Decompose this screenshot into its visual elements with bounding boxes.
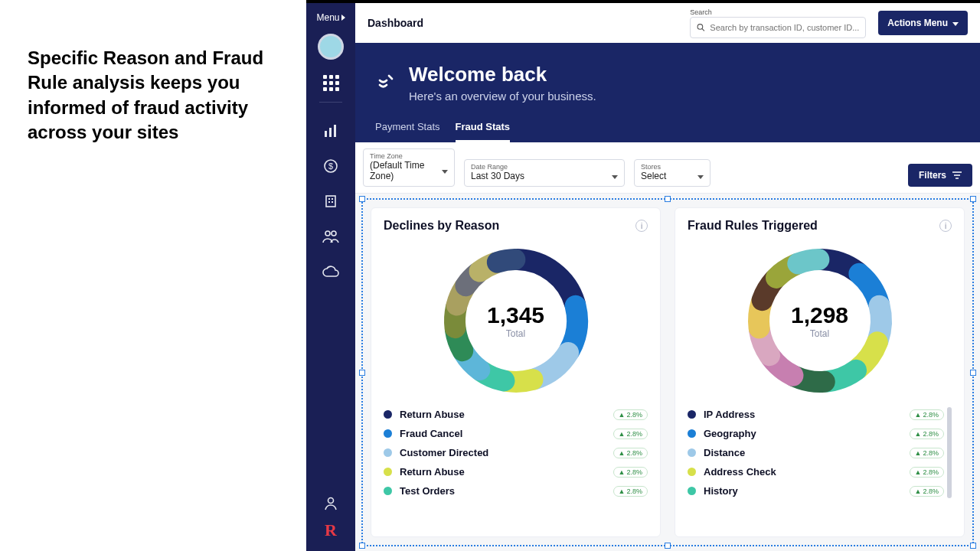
svg-rect-5 [326, 196, 335, 207]
delta-badge: ▲2.8% [613, 409, 648, 420]
cloud-icon[interactable] [322, 263, 339, 280]
date-range-select[interactable]: Date Range Last 30 Days [464, 159, 625, 187]
selection-handle[interactable] [970, 543, 976, 549]
actions-menu-button[interactable]: Actions Menu [878, 11, 968, 35]
info-icon[interactable]: i [939, 220, 952, 232]
chevron-right-icon [341, 12, 345, 23]
hero-tabs: Payment StatsFraud Stats [375, 116, 960, 142]
svg-rect-8 [328, 201, 330, 203]
legend-row: Fraud Cancel▲2.8% [384, 426, 648, 441]
svg-point-13 [697, 24, 703, 29]
legend-label: Test Orders [400, 485, 455, 497]
legend-row: History▲2.8% [688, 484, 944, 498]
legend-label: Return Abuse [400, 466, 465, 478]
legend: IP Address▲2.8%Geography▲2.8%Distance▲2.… [688, 407, 944, 498]
selection-handle[interactable] [359, 370, 365, 376]
topbar: Dashboard Search Actions Menu [355, 3, 980, 43]
chevron-down-icon [442, 165, 448, 176]
card-title: Declines by Reason [384, 219, 499, 233]
sidebar: Menu $ [306, 3, 355, 551]
search-group: Search [690, 8, 866, 38]
time-zone-label: Time Zone [370, 152, 448, 160]
selection-handle[interactable] [970, 370, 976, 376]
chevron-down-icon [612, 171, 618, 181]
selection-handle[interactable] [665, 196, 671, 202]
selection-handle[interactable] [359, 196, 365, 202]
legend-row: Return Abuse▲2.8% [384, 465, 648, 479]
legend-row: Address Check▲2.8% [688, 465, 944, 479]
scrollbar[interactable] [947, 407, 952, 498]
svg-rect-1 [329, 128, 332, 137]
legend-label: Distance [704, 447, 745, 458]
search-icon [697, 23, 705, 32]
hero: Welcome back Here's an overview of your … [355, 43, 980, 142]
donut-total-label: Total [810, 328, 829, 339]
svg-rect-0 [325, 131, 327, 137]
legend-dot-icon [384, 468, 392, 476]
stores-select[interactable]: Stores Select [634, 159, 710, 187]
time-zone-select[interactable]: Time Zone (Default Time Zone) [363, 148, 455, 187]
svg-text:$: $ [328, 161, 333, 171]
legend-dot-icon [384, 429, 392, 438]
legend-row: Distance▲2.8% [688, 445, 944, 460]
app-window: Menu $ [306, 0, 980, 551]
time-zone-value: (Default Time Zone) [370, 160, 431, 181]
svg-point-11 [332, 231, 336, 236]
caption-column: Specific Reason and Fraud Rule analysis … [0, 0, 306, 551]
legend-dot-icon [688, 429, 696, 438]
search-label: Search [690, 8, 866, 16]
delta-badge: ▲2.8% [910, 448, 944, 458]
legend: Return Abuse▲2.8%Fraud Cancel▲2.8%Custom… [384, 407, 648, 498]
search-input[interactable] [710, 23, 859, 32]
legend-label: History [704, 485, 738, 497]
date-range-value: Last 30 Days [471, 171, 524, 181]
legend-label: IP Address [704, 409, 755, 420]
avatar[interactable] [318, 34, 344, 60]
menu-label-text: Menu [316, 12, 339, 23]
legend-dot-icon [688, 410, 696, 419]
menu-toggle[interactable]: Menu [316, 12, 345, 23]
donut-chart: 1,298 Total [740, 240, 900, 401]
svg-point-12 [328, 498, 334, 504]
search-box[interactable] [690, 17, 866, 38]
selection-handle[interactable] [665, 543, 671, 549]
selection-handle[interactable] [359, 543, 365, 549]
legend-row: Return Abuse▲2.8% [384, 407, 648, 422]
actions-menu-label: Actions Menu [887, 18, 948, 28]
legend-dot-icon [688, 468, 696, 476]
stores-value: Select [641, 171, 666, 181]
svg-rect-7 [332, 198, 333, 200]
hero-subtitle: Here's an overview of your business. [409, 90, 596, 103]
legend-label: Customer Directed [400, 447, 488, 458]
legend-dot-icon [688, 448, 696, 457]
building-icon[interactable] [322, 193, 339, 210]
filter-row: Time Zone (Default Time Zone) Date Range… [355, 142, 980, 194]
svg-point-10 [325, 231, 330, 236]
profile-icon[interactable] [322, 494, 339, 511]
apps-icon[interactable] [323, 75, 339, 91]
svg-rect-6 [328, 198, 330, 200]
legend-label: Geography [704, 428, 756, 439]
selection-handle[interactable] [970, 196, 976, 202]
delta-badge: ▲2.8% [613, 448, 648, 458]
tab-fraud-stats[interactable]: Fraud Stats [456, 116, 511, 142]
delta-badge: ▲2.8% [613, 429, 648, 439]
donut-chart: 1,345 Total [436, 240, 596, 401]
legend-row: Test Orders▲2.8% [384, 484, 648, 498]
hero-title: Welcome back [409, 63, 596, 86]
delta-badge: ▲2.8% [910, 409, 944, 420]
tab-payment-stats[interactable]: Payment Stats [375, 116, 440, 142]
delta-badge: ▲2.8% [910, 486, 944, 497]
users-icon[interactable] [322, 228, 339, 245]
bar-chart-icon[interactable] [322, 122, 339, 139]
wave-icon [375, 71, 398, 94]
delta-badge: ▲2.8% [910, 429, 944, 439]
legend-dot-icon [384, 410, 392, 419]
page-title: Dashboard [368, 17, 423, 29]
card-declines-by-reason: Declines by Reason i 1,345 Total Return … [371, 207, 661, 537]
dollar-icon[interactable]: $ [322, 158, 339, 174]
filters-button[interactable]: Filters [908, 164, 972, 187]
legend-dot-icon [384, 487, 392, 495]
svg-rect-9 [332, 201, 333, 203]
info-icon[interactable]: i [635, 220, 648, 232]
